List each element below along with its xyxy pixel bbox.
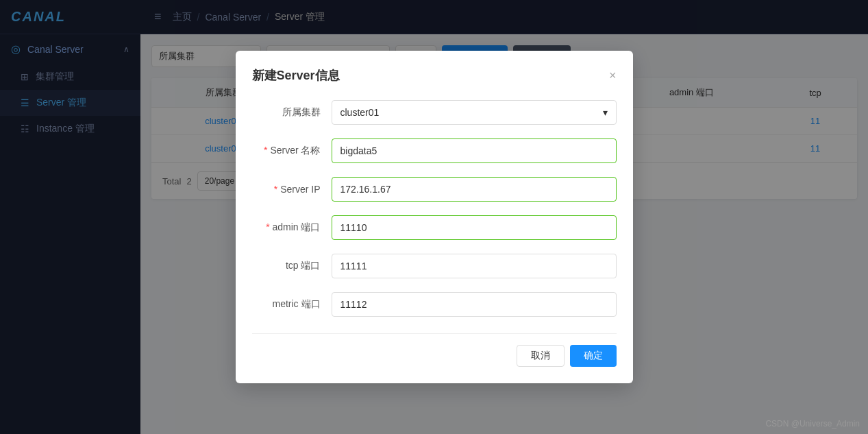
cancel-button[interactable]: 取消 bbox=[517, 345, 565, 367]
metric-port-field[interactable] bbox=[332, 292, 617, 317]
modal-footer: 取消 确定 bbox=[252, 333, 617, 367]
watermark: CSDN @Universe_Admin bbox=[765, 419, 860, 429]
cluster-select-arrow: ▾ bbox=[603, 107, 608, 118]
form-row-admin-port: admin 端口 bbox=[252, 215, 617, 240]
cluster-select[interactable]: cluster01 ▾ bbox=[332, 100, 617, 125]
modal-title: 新建Server信息 bbox=[252, 67, 340, 84]
server-ip-label: Server IP bbox=[252, 184, 321, 195]
server-name-field[interactable] bbox=[332, 138, 617, 163]
new-server-modal: 新建Server信息 × 所属集群 cluster01 ▾ Server 名称 … bbox=[236, 51, 633, 383]
form-row-tcp-port: tcp 端口 bbox=[252, 254, 617, 278]
form-row-cluster: 所属集群 cluster01 ▾ bbox=[252, 100, 617, 125]
server-name-label: Server 名称 bbox=[252, 145, 321, 157]
form-row-metric-port: metric 端口 bbox=[252, 292, 617, 317]
modal-header: 新建Server信息 × bbox=[252, 67, 617, 84]
modal-overlay: 新建Server信息 × 所属集群 cluster01 ▾ Server 名称 … bbox=[0, 0, 868, 434]
cluster-label: 所属集群 bbox=[252, 106, 321, 119]
server-ip-field[interactable] bbox=[332, 177, 617, 202]
admin-port-label: admin 端口 bbox=[252, 221, 321, 234]
tcp-port-field[interactable] bbox=[332, 254, 617, 278]
admin-port-field[interactable] bbox=[332, 215, 617, 240]
cluster-select-value: cluster01 bbox=[340, 107, 380, 118]
confirm-button[interactable]: 确定 bbox=[570, 345, 617, 367]
metric-port-label: metric 端口 bbox=[252, 298, 321, 311]
tcp-port-label: tcp 端口 bbox=[252, 260, 321, 272]
form-row-server-name: Server 名称 bbox=[252, 138, 617, 163]
modal-close-button[interactable]: × bbox=[609, 69, 617, 83]
form-row-server-ip: Server IP bbox=[252, 177, 617, 202]
